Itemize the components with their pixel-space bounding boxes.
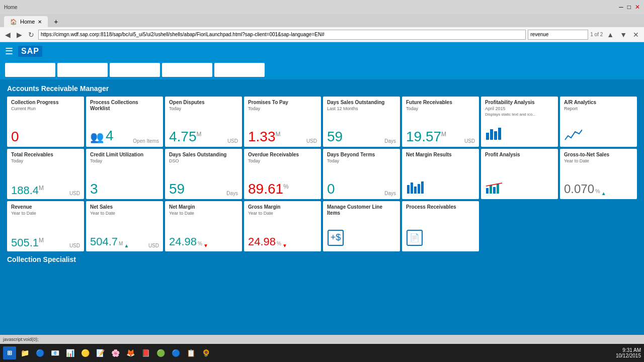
taskbar-chrome[interactable]: 🟡 bbox=[78, 346, 92, 359]
net-margin-arrow-icon: ▼ bbox=[203, 243, 208, 248]
collections-value: 4 bbox=[106, 128, 114, 144]
tile-manage-customer-line[interactable]: Manage Customer Line Items +$ bbox=[323, 201, 400, 251]
maximize-btn[interactable]: □ bbox=[627, 4, 631, 11]
status-text: javascript:void(0); bbox=[3, 337, 39, 342]
placeholder-tile-5[interactable] bbox=[214, 63, 265, 77]
main-content: Accounts Receivable Manager Collection P… bbox=[0, 79, 644, 335]
nav-bar: ◀ ▶ ↻ 1 of 2 ▲ ▼ ✕ bbox=[0, 27, 644, 42]
start-btn[interactable]: ⊞ bbox=[3, 346, 16, 359]
tile-credit-limit[interactable]: Credit Limit Utilization Today 3 bbox=[86, 149, 163, 199]
ar-analytics-icon bbox=[564, 128, 633, 144]
svg-text:📄: 📄 bbox=[410, 233, 420, 242]
profitability-icon bbox=[485, 125, 554, 144]
gross-net-value: 0.070 bbox=[564, 182, 594, 196]
placeholder-tile-2[interactable] bbox=[57, 63, 108, 77]
taskbar-app1[interactable]: 🌸 bbox=[109, 346, 122, 359]
tile-dso-dso[interactable]: Days Sales Outstanding DSO 59 Days bbox=[165, 149, 242, 199]
taskbar-ff[interactable]: 🦊 bbox=[124, 346, 137, 359]
tab-close-icon[interactable]: ✕ bbox=[38, 19, 42, 25]
placeholder-tile-1[interactable] bbox=[5, 63, 55, 77]
svg-rect-1 bbox=[490, 129, 493, 140]
tile-net-sales[interactable]: Net Sales Year to Date 504.7 M ▲ USD bbox=[86, 201, 163, 251]
taskbar-chrome3[interactable]: 🔵 bbox=[169, 346, 182, 359]
taskbar-ie[interactable]: 🔵 bbox=[33, 346, 46, 359]
sap-logo: SAP bbox=[18, 46, 42, 57]
svg-text:+$: +$ bbox=[331, 232, 341, 242]
tile-process-collections[interactable]: Process Collections Worklist 👥 4 Open It… bbox=[86, 97, 163, 147]
svg-rect-2 bbox=[494, 131, 497, 140]
minimize-btn[interactable]: ─ bbox=[619, 4, 623, 11]
tab-label: Home bbox=[20, 19, 35, 25]
gross-margin-arrow-icon: ▼ bbox=[282, 243, 287, 248]
taskbar-chrome2[interactable]: 🟢 bbox=[154, 346, 167, 359]
status-bar: javascript:void(0); bbox=[0, 335, 644, 344]
arrow-up-icon: ▲ bbox=[601, 191, 606, 196]
tile-profitability-analysis[interactable]: Profitability Analysis April 2015 Displa… bbox=[481, 97, 558, 147]
taskbar-pdf[interactable]: 📕 bbox=[139, 346, 152, 359]
net-sales-value: 504.7 bbox=[90, 235, 118, 248]
tab-bar: 🏠 Home ✕ + bbox=[0, 14, 644, 27]
placeholder-tile-4[interactable] bbox=[162, 63, 212, 77]
address-bar[interactable] bbox=[38, 30, 526, 40]
section-title-ar: Accounts Receivable Manager bbox=[7, 84, 637, 93]
home-tab[interactable]: 🏠 Home ✕ bbox=[4, 16, 48, 27]
new-tab-btn[interactable]: + bbox=[54, 18, 58, 26]
tile-revenue[interactable]: Revenue Year to Date 505.1M USD bbox=[7, 201, 84, 251]
tile-gross-margin[interactable]: Gross Margin Year to Date 24.98 % ▼ bbox=[244, 201, 321, 251]
tile-gross-to-net[interactable]: Gross-to-Net Sales Year to Date 0.070 % … bbox=[560, 149, 637, 199]
search-input[interactable] bbox=[528, 30, 588, 40]
taskbar-explorer[interactable]: 📁 bbox=[18, 346, 31, 359]
profit-analysis-icon bbox=[485, 180, 554, 196]
taskbar-office[interactable]: 📊 bbox=[63, 346, 76, 359]
tile-empty-2 bbox=[560, 201, 637, 251]
collection-specialist-section: Collection Specialist bbox=[7, 255, 637, 263]
svg-line-14 bbox=[486, 183, 502, 186]
tile-row-2: Total Receivables Today 188.4M USD Credi… bbox=[7, 149, 637, 199]
gross-margin-value: 24.98 bbox=[248, 235, 276, 248]
search-next-btn[interactable]: ▼ bbox=[618, 30, 629, 40]
back-btn[interactable]: ◀ bbox=[3, 30, 13, 40]
net-sales-arrow-icon: ▲ bbox=[124, 243, 129, 248]
close-btn[interactable]: ✕ bbox=[635, 4, 640, 11]
tile-promises-to-pay[interactable]: Promises To Pay Today 1.33M USD bbox=[244, 97, 321, 147]
tile-future-receivables[interactable]: Future Receivables Today 19.57M USD bbox=[402, 97, 479, 147]
refresh-btn[interactable]: ↻ bbox=[26, 30, 36, 40]
taskbar-app2[interactable]: 🌻 bbox=[199, 346, 212, 359]
menu-icon[interactable]: ☰ bbox=[5, 46, 13, 57]
tile-process-receivables[interactable]: Process Receivables 📄 bbox=[402, 201, 479, 251]
svg-rect-11 bbox=[490, 185, 492, 194]
tile-empty-1 bbox=[481, 201, 558, 251]
forward-btn[interactable]: ▶ bbox=[15, 30, 24, 40]
svg-rect-9 bbox=[421, 182, 424, 194]
accounts-receivable-section: Accounts Receivable Manager Collection P… bbox=[7, 84, 637, 251]
tile-overdue-receivables[interactable]: Overdue Receivables Today 89.61% bbox=[244, 149, 321, 199]
tile-open-disputes[interactable]: Open Disputes Today 4.75M USD bbox=[165, 97, 242, 147]
window-title: Home bbox=[4, 5, 18, 10]
tile-total-receivables[interactable]: Total Receivables Today 188.4M USD bbox=[7, 149, 84, 199]
net-margin-value: 24.98 bbox=[169, 235, 197, 248]
process-receivables-icon: 📄 bbox=[406, 229, 475, 248]
search-area: 1 of 2 ▲ ▼ ✕ bbox=[528, 30, 641, 40]
taskbar-time: 9:31 AM 10/12/2015 bbox=[616, 347, 641, 358]
svg-rect-6 bbox=[411, 183, 413, 194]
taskbar-outlook[interactable]: 📧 bbox=[48, 346, 61, 359]
taskbar-word[interactable]: 📝 bbox=[94, 346, 107, 359]
title-bar: Home ─ □ ✕ bbox=[0, 0, 644, 14]
search-prev-btn[interactable]: ▲ bbox=[605, 30, 616, 40]
tile-profit-analysis[interactable]: Profit Analysis bbox=[481, 149, 558, 199]
tile-days-sales-outstanding[interactable]: Days Sales Outstanding Last 12 Months 59… bbox=[323, 97, 400, 147]
tile-row-1: Collection Progress Current Run 0 Proces… bbox=[7, 97, 637, 147]
tile-net-margin-results[interactable]: Net Margin Results bbox=[402, 149, 479, 199]
search-close-btn[interactable]: ✕ bbox=[631, 30, 641, 40]
svg-rect-13 bbox=[497, 184, 499, 194]
tile-collection-progress[interactable]: Collection Progress Current Run 0 bbox=[7, 97, 84, 147]
people-icon: 👥 bbox=[90, 131, 104, 144]
tile-ar-analytics[interactable]: A/R Analytics Report bbox=[560, 97, 637, 147]
taskbar-ppt[interactable]: 📋 bbox=[184, 346, 197, 359]
tile-row-3: Revenue Year to Date 505.1M USD Net Sale… bbox=[7, 201, 637, 251]
tile-days-beyond-terms[interactable]: Days Beyond Terms Today 0 Days bbox=[323, 149, 400, 199]
page-indicator: 1 of 2 bbox=[590, 32, 603, 37]
svg-rect-5 bbox=[407, 185, 410, 194]
placeholder-tile-3[interactable] bbox=[110, 63, 160, 77]
tile-net-margin[interactable]: Net Margin Year to Date 24.98 % ▼ bbox=[165, 201, 242, 251]
